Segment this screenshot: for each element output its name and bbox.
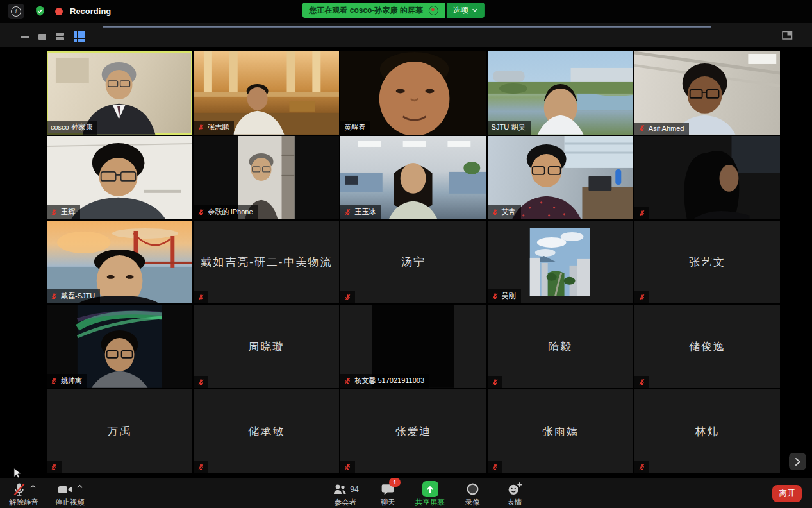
mic-muted-icon [638,294,645,301]
participant-name: cosco-孙家康 [51,123,92,132]
stop-video-button[interactable]: 停止视频 [55,481,85,507]
camera-icon [56,482,74,497]
info-menu-button[interactable]: i [8,4,24,19]
participant-label [488,461,502,473]
participant-label: SJTU-胡昊 [488,121,531,135]
participant-name: 张爱迪 [340,389,486,473]
mic-muted-icon [51,463,58,470]
mic-muted-icon [638,124,645,131]
mic-muted-icon [344,208,351,216]
chat-button[interactable]: 1 聊天 [367,481,409,507]
participant-name: 杨文馨 517021911003 [354,376,424,385]
mic-muted-icon [12,482,27,497]
minimize-view-icon[interactable] [21,36,29,38]
participant-tile[interactable]: 林炜 [634,389,780,473]
participant-name: 姚帅寓 [61,376,82,385]
participant-name: 王辉 [61,207,75,217]
options-button[interactable]: 选项 [447,3,485,18]
participant-tile[interactable]: 王辉 [47,136,192,219]
participant-tile[interactable]: 汤宁 [340,221,486,304]
participant-name: 隋毅 [488,305,633,388]
participant-label [634,291,649,303]
unmute-button[interactable]: 解除静音 [9,481,38,507]
participant-tile[interactable]: 王玉冰 [340,136,486,219]
participant-tile[interactable]: cosco-孙家康 [47,51,192,135]
participant-label [634,461,649,473]
participant-name: 吴刚 [502,291,516,301]
participant-label [194,376,208,388]
participant-tile[interactable]: 戴如吉亮-研二-中美物流 [194,221,339,304]
participant-tile[interactable]: 张志鹏 [194,51,339,135]
share-screen-button[interactable]: 共享屏幕 [409,481,451,507]
participant-label: 杨文馨 517021911003 [340,374,429,388]
participant-tile[interactable]: 姚帅寓 [47,305,192,388]
participant-label: 余跃的 iPhone [194,205,258,219]
unmute-label: 解除静音 [9,498,38,507]
participant-tile[interactable]: 杨文馨 517021911003 [340,305,486,388]
participant-tile[interactable]: 万禹 [47,389,192,473]
mic-muted-icon [344,377,351,384]
reactions-button[interactable]: 表情 [493,481,536,507]
participant-label: cosco-孙家康 [47,121,97,135]
participant-name: 张艺文 [634,221,780,304]
participant-label [47,461,62,473]
participant-label: 吴刚 [488,289,521,303]
participant-tile[interactable]: Asif Ahmed [634,51,780,135]
participant-tile[interactable]: 储承敏 [194,389,339,473]
participants-button[interactable]: 94 参会者 [324,481,367,507]
layout-icon[interactable] [782,30,793,40]
participant-tile[interactable]: 戴磊-SJTU [47,221,192,304]
participant-label: 张志鹏 [194,121,234,135]
mic-muted-icon [492,463,499,470]
record-button[interactable]: 录像 [451,481,493,507]
participant-label: 黄醒春 [340,121,370,135]
window-view-icon[interactable] [38,34,46,40]
security-shield-button[interactable] [31,4,48,19]
participant-tile[interactable]: 张爱迪 [340,389,486,473]
participant-tile[interactable]: 张雨嫣 [488,389,633,473]
record-icon [465,482,480,496]
menu-bar: i Recording 您正在观看 cosco-孙家康 的屏幕 选项 [0,0,812,23]
speaker-view-icon[interactable] [56,33,64,40]
view-toolbar [0,23,812,47]
video-menu-chevron-icon[interactable] [76,484,83,489]
mic-muted-icon [492,292,499,300]
participant-tile[interactable]: 吴刚 [488,221,633,304]
participant-tile[interactable]: 储俊逸 [634,305,780,388]
participants-count: 94 [350,485,358,494]
mic-muted-icon [51,208,58,216]
participant-tile[interactable]: 余跃的 iPhone [194,136,339,219]
mic-muted-icon [197,378,204,385]
mic-muted-icon [344,463,351,470]
record-label: 录像 [465,498,480,507]
mic-muted-icon [638,210,645,217]
gallery-view-icon[interactable] [74,31,85,42]
mic-muted-icon [197,294,204,301]
participant-tile[interactable] [634,136,780,219]
participant-tile[interactable]: 黄醒春 [340,51,486,135]
participant-tile[interactable]: 张艺文 [634,221,780,304]
cursor-icon [13,468,22,478]
mic-muted-icon [51,292,58,300]
share-screen-icon [422,481,438,497]
leave-label: 离开 [779,488,795,499]
participant-tile[interactable]: SJTU-胡昊 [488,51,633,135]
banner-record-icon [429,6,438,15]
participant-tile[interactable]: 周晓璇 [194,305,339,388]
participant-label [194,291,208,303]
unmute-menu-chevron-icon[interactable] [29,484,37,489]
participants-icon [332,482,347,496]
next-page-button[interactable] [789,453,806,470]
recording-label: Recording [70,6,111,16]
participant-name: 林炜 [634,389,780,473]
participant-label: 艾青 [488,205,521,219]
participant-tile[interactable]: 隋毅 [488,305,633,388]
shared-screen-edge [103,26,711,28]
stop-video-label: 停止视频 [55,498,85,507]
screen-watch-banner: 您正在观看 cosco-孙家康 的屏幕 选项 [302,3,484,18]
leave-button[interactable]: 离开 [772,485,802,502]
options-label: 选项 [453,5,468,16]
shield-check-icon [34,5,46,17]
participant-tile[interactable]: 艾青 [488,136,633,219]
participant-label [488,376,502,388]
